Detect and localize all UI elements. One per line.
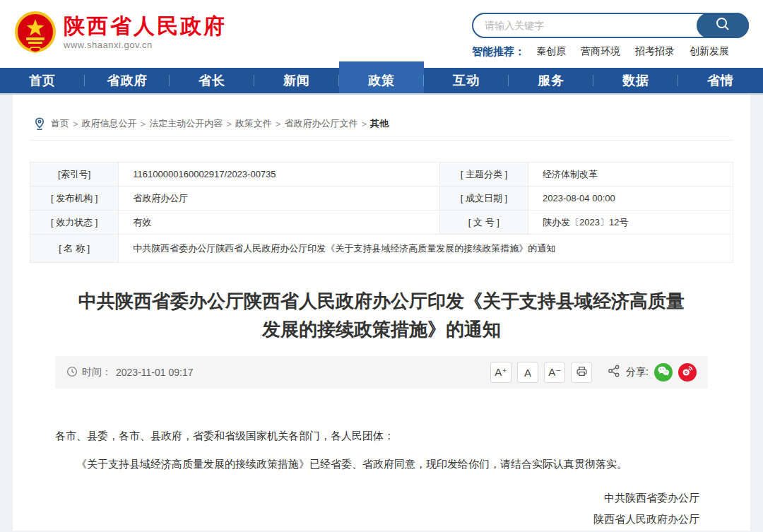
- print-button[interactable]: [571, 362, 592, 383]
- location-pin-icon: [34, 117, 45, 130]
- breadcrumb-separator: >: [141, 119, 146, 129]
- nav-item-interaction[interactable]: 互动: [424, 68, 509, 93]
- share-label: 分享:: [626, 366, 649, 379]
- breadcrumb: 首页 > 政府信息公开 > 法定主动公开内容 > 政策文件 > 省政府办公厅文件…: [30, 93, 733, 141]
- table-row: [ 发布机构 ] 省政府办公厅 [ 成文日期 ] 2023-08-04 00:0…: [30, 187, 733, 211]
- smart-recommend: 智能推荐： 秦创原 营商环境 招考招录 创新发展: [472, 45, 749, 59]
- table-row: [ 名 称 ] 中共陕西省委办公厅陕西省人民政府办公厅印发《关于支持县域经济高质…: [30, 235, 733, 263]
- meta-value-index-no: 116100000160002917/2023-00735: [119, 162, 439, 187]
- signature-gov-office: 陕西省人民政府办公厅: [55, 509, 699, 530]
- site-header: 陕西省人民政府 www.shaanxi.gov.cn 智能推荐： 秦创原 营商环: [0, 0, 763, 68]
- meta-label-doc-no: [ 文 号 ]: [439, 211, 528, 235]
- nav-item-policy[interactable]: 政策: [339, 61, 424, 93]
- meta-label-issuer: [ 发布机构 ]: [30, 187, 119, 211]
- wechat-share-button[interactable]: [654, 363, 673, 382]
- font-normal-button[interactable]: A: [517, 362, 538, 383]
- table-row: [索引号] 116100000160002917/2023-00735 [ 主题…: [30, 162, 733, 187]
- breadcrumb-statutory-content[interactable]: 法定主动公开内容: [149, 117, 223, 130]
- national-emblem-icon: [14, 11, 57, 57]
- breadcrumb-other: 其他: [370, 117, 389, 130]
- font-increase-button[interactable]: A⁺: [490, 362, 511, 383]
- breadcrumb-separator: >: [361, 119, 367, 129]
- weibo-icon: [681, 365, 694, 380]
- table-row: [ 效力状态 ] 有效 [ 文 号 ] 陕办发〔2023〕12号: [30, 211, 733, 235]
- font-decrease-button[interactable]: A⁻: [544, 362, 565, 383]
- meta-value-issuer: 省政府办公厅: [119, 187, 439, 211]
- breadcrumb-separator: >: [276, 119, 281, 129]
- meta-value-title: 中共陕西省委办公厅陕西省人民政府办公厅印发《关于支持县域经济高质量发展的接续政策…: [119, 235, 733, 263]
- breadcrumb-separator: >: [226, 119, 232, 129]
- meta-label-title: [ 名 称 ]: [30, 235, 119, 263]
- signature-party-office: 中共陕西省委办公厅: [55, 487, 699, 509]
- nav-item-province-info[interactable]: 省情: [678, 68, 763, 93]
- meta-value-date: 2023-08-04 00:00: [528, 187, 733, 211]
- page-title: 中共陕西省委办公厅陕西省人民政府办公厅印发《关于支持县域经济高质量发展的接续政策…: [71, 287, 692, 343]
- logo-text: 陕西省人民政府 www.shaanxi.gov.cn: [64, 11, 227, 50]
- article-paragraph-salutation: 各市、县委，各市、县政府，省委和省级国家机关各部门，各人民团体：: [55, 425, 708, 447]
- smart-link-recruitment[interactable]: 招考招录: [635, 45, 675, 58]
- article-tools: A⁺ A A⁻: [485, 362, 697, 383]
- weibo-share-button[interactable]: [678, 363, 697, 382]
- article-paragraph-main: 《关于支持县域经济高质量发展的接续政策措施》已经省委、省政府同意，现印发给你们，…: [55, 454, 708, 475]
- nav-item-governor[interactable]: 省长: [170, 68, 254, 93]
- breadcrumb-separator: >: [73, 119, 78, 129]
- signatures: 中共陕西省委办公厅 陕西省人民政府办公厅: [55, 487, 708, 530]
- publish-time: 时间： 2023-11-01 09:17: [66, 366, 194, 379]
- publish-time-value: 2023-11-01 09:17: [116, 367, 194, 378]
- printer-icon: [576, 365, 588, 379]
- breadcrumb-office-documents[interactable]: 省政府办公厅文件: [284, 117, 357, 130]
- site-logo[interactable]: 陕西省人民政府 www.shaanxi.gov.cn: [14, 11, 227, 57]
- meta-value-doc-no: 陕办发〔2023〕12号: [528, 211, 733, 235]
- meta-label-index-no: [索引号]: [30, 162, 119, 187]
- nav-item-services[interactable]: 服务: [509, 68, 593, 93]
- nav-item-home[interactable]: 首页: [0, 68, 85, 93]
- content-card: 首页 > 政府信息公开 > 法定主动公开内容 > 政策文件 > 省政府办公厅文件…: [13, 93, 750, 531]
- meta-value-topic: 经济体制改革: [528, 162, 733, 187]
- meta-value-validity: 有效: [119, 211, 439, 235]
- smart-link-innovation[interactable]: 创新发展: [690, 45, 729, 58]
- publish-time-label: 时间：: [82, 366, 112, 379]
- meta-label-topic: [ 主题分类 ]: [439, 162, 528, 187]
- main-nav: 首页 省政府 省长 新闻 政策 互动 服务 数据 省情: [0, 68, 763, 93]
- breadcrumb-info-disclosure[interactable]: 政府信息公开: [82, 117, 137, 130]
- site-name: 陕西省人民政府: [64, 13, 227, 39]
- document-meta-table: [索引号] 116100000160002917/2023-00735 [ 主题…: [30, 162, 733, 263]
- share-icon: [608, 365, 620, 380]
- nav-item-news[interactable]: 新闻: [254, 68, 339, 93]
- search-icon: [715, 16, 731, 35]
- search-input[interactable]: [485, 15, 690, 36]
- meta-label-date: [ 成文日期 ]: [439, 187, 528, 211]
- search-button[interactable]: [697, 13, 749, 38]
- nav-item-provincial-gov[interactable]: 省政府: [85, 68, 170, 93]
- smart-recommend-label: 智能推荐：: [472, 45, 525, 59]
- search-area: 智能推荐： 秦创原 营商环境 招考招录 创新发展: [472, 10, 749, 59]
- article-meta-bar: 时间： 2023-11-01 09:17 A⁺ A A⁻: [55, 356, 708, 389]
- wechat-icon: [657, 365, 670, 379]
- breadcrumb-home[interactable]: 首页: [51, 117, 69, 130]
- breadcrumb-policy-documents[interactable]: 政策文件: [235, 117, 272, 130]
- article-body: 各市、县委，各市、县政府，省委和省级国家机关各部门，各人民团体： 《关于支持县域…: [55, 425, 708, 530]
- search-box: [472, 13, 749, 38]
- smart-link-business-env[interactable]: 营商环境: [581, 45, 620, 58]
- meta-label-validity: [ 效力状态 ]: [30, 211, 119, 235]
- smart-link-qinchuangyuan[interactable]: 秦创原: [536, 45, 566, 58]
- page: 陕西省人民政府 www.shaanxi.gov.cn 智能推荐： 秦创原 营商环: [0, 0, 763, 532]
- site-url: www.shaanxi.gov.cn: [64, 40, 227, 50]
- nav-item-data[interactable]: 数据: [593, 68, 678, 93]
- share-group: 分享:: [608, 363, 697, 382]
- clock-icon: [66, 366, 78, 379]
